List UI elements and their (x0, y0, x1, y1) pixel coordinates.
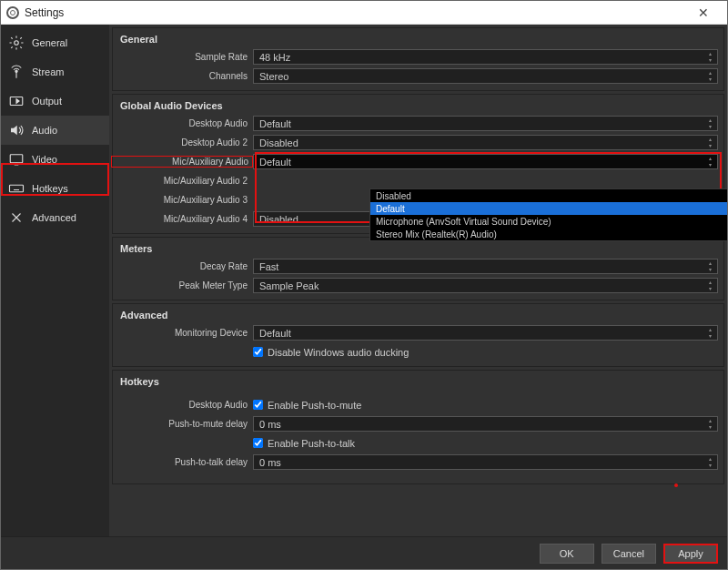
sample-rate-label: Sample Rate (113, 52, 253, 62)
channels-combo[interactable]: Stereo▴▾ (253, 68, 718, 84)
settings-window: Settings ✕ General Stream Output Audio (0, 0, 728, 570)
close-button[interactable]: ✕ (685, 5, 722, 20)
section-general: General Sample Rate 48 kHz▴▾ Channels St… (112, 27, 724, 91)
desktop-audio2-combo[interactable]: Disabled▴▾ (253, 135, 718, 150)
section-title: Global Audio Devices (113, 95, 723, 115)
section-title: General (113, 28, 723, 48)
indicator-dot (674, 483, 678, 487)
desktop-audio-label: Desktop Audio (113, 118, 253, 128)
sidebar-item-general[interactable]: General (1, 28, 109, 57)
apply-button[interactable]: Apply (663, 544, 718, 564)
mic1-combo[interactable]: Default▴▾ (253, 154, 718, 169)
sidebar-label: Advanced (32, 212, 76, 223)
sample-rate-combo[interactable]: 48 kHz▴▾ (253, 49, 718, 65)
svg-rect-4 (10, 185, 24, 192)
sidebar-label: Audio (32, 125, 57, 136)
sidebar-item-audio[interactable]: Audio (1, 116, 109, 145)
section-title: Advanced (113, 304, 723, 324)
ok-button[interactable]: OK (540, 544, 594, 564)
svg-point-1 (15, 70, 17, 72)
ptt-checkbox[interactable]: Enable Push-to-talk (253, 435, 718, 451)
ducking-check-input[interactable] (253, 347, 263, 357)
dropdown-option[interactable]: Microphone (AnvSoft Virtual Sound Device… (370, 215, 727, 228)
section-advanced: Advanced Monitoring Device Default▴▾ Dis… (112, 303, 724, 367)
ptm-checkbox[interactable]: Enable Push-to-mute (253, 397, 718, 412)
sidebar-item-hotkeys[interactable]: Hotkeys (1, 174, 109, 203)
section-title: Hotkeys (113, 371, 723, 391)
footer: OK Cancel Apply (1, 536, 727, 569)
svg-rect-3 (10, 155, 23, 163)
sidebar-label: Hotkeys (32, 183, 68, 194)
sidebar: General Stream Output Audio Video Hotkey… (1, 25, 109, 536)
peak-combo[interactable]: Sample Peak▴▾ (253, 278, 718, 293)
decay-combo[interactable]: Fast▴▾ (253, 259, 718, 274)
main-panel: General Sample Rate 48 kHz▴▾ Channels St… (109, 25, 727, 536)
mic3-label: Mic/Auxiliary Audio 3 (113, 195, 253, 205)
desktop-audio-combo[interactable]: Default▴▾ (253, 116, 718, 131)
keyboard-icon (8, 180, 25, 197)
sidebar-label: Stream (32, 66, 64, 77)
sidebar-item-output[interactable]: Output (1, 87, 109, 116)
cancel-button[interactable]: Cancel (602, 544, 656, 564)
sidebar-label: General (32, 37, 67, 48)
monitor-icon (8, 151, 25, 168)
monitoring-label: Monitoring Device (113, 328, 253, 338)
section-hotkeys: Hotkeys Desktop Audio Enable Push-to-mut… (112, 370, 724, 484)
ptm-delay-input[interactable]: 0 ms▴▾ (253, 416, 718, 432)
dropdown-option[interactable]: Disabled (370, 189, 727, 202)
monitoring-combo[interactable]: Default▴▾ (253, 325, 718, 341)
dropdown-option[interactable]: Default (370, 202, 727, 215)
mic4-label: Mic/Auxiliary Audio 4 (113, 214, 253, 224)
section-meters: Meters Decay Rate Fast▴▾ Peak Meter Type… (112, 237, 724, 300)
mic1-dropdown[interactable]: Disabled Default Microphone (AnvSoft Vir… (369, 188, 727, 241)
sidebar-label: Output (32, 96, 62, 107)
ptt-delay-label: Push-to-talk delay (113, 457, 253, 467)
sidebar-item-stream[interactable]: Stream (1, 57, 109, 87)
output-icon (8, 93, 25, 109)
sidebar-item-advanced[interactable]: Advanced (1, 203, 109, 232)
mic1-label: Mic/Auxiliary Audio (111, 156, 253, 168)
window-title: Settings (25, 6, 64, 19)
tools-icon (8, 209, 25, 226)
sidebar-item-video[interactable]: Video (1, 145, 109, 174)
ptt-delay-input[interactable]: 0 ms▴▾ (253, 454, 718, 470)
desktop-audio2-label: Desktop Audio 2 (113, 137, 253, 148)
sidebar-label: Video (32, 154, 57, 165)
speaker-icon (8, 122, 25, 138)
decay-label: Decay Rate (113, 261, 253, 271)
peak-label: Peak Meter Type (113, 280, 253, 290)
obs-icon (6, 6, 19, 19)
dropdown-option[interactable]: Stereo Mix (Realtek(R) Audio) (370, 228, 727, 240)
ptm-check-input[interactable] (253, 400, 263, 410)
gear-icon (8, 35, 25, 51)
ducking-checkbox[interactable]: Disable Windows audio ducking (253, 344, 718, 360)
hk-desktop-audio-label: Desktop Audio (113, 400, 253, 410)
antenna-icon (8, 64, 25, 80)
svg-point-0 (15, 41, 19, 46)
ptm-delay-label: Push-to-mute delay (113, 419, 253, 429)
ptt-check-input[interactable] (253, 438, 263, 448)
channels-label: Channels (113, 71, 253, 81)
titlebar: Settings ✕ (1, 1, 727, 25)
mic2-label: Mic/Auxiliary Audio 2 (113, 176, 253, 186)
